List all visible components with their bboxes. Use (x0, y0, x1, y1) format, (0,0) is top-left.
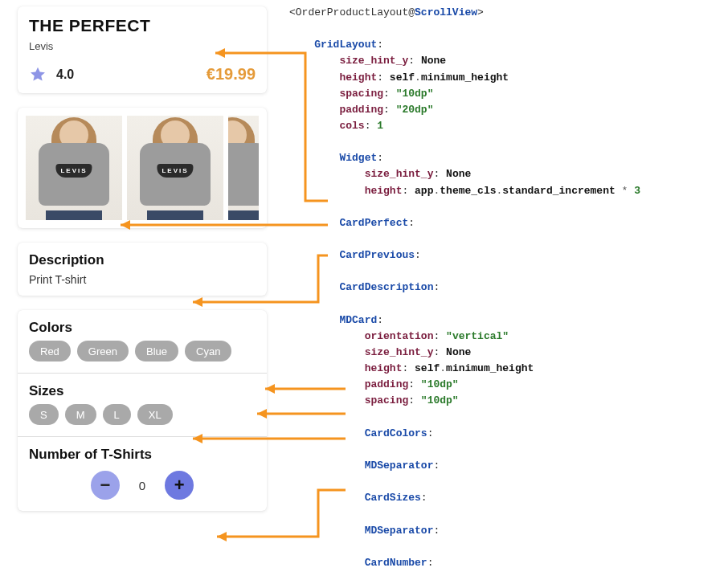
color-chip[interactable]: Blue (135, 341, 178, 361)
size-chip[interactable]: XL (137, 404, 173, 425)
size-chip[interactable]: L (103, 404, 131, 425)
decrement-button[interactable]: − (91, 471, 120, 500)
product-image[interactable] (228, 116, 259, 220)
product-price: €19.99 (207, 65, 256, 84)
tee-logo: LEVIS (55, 164, 92, 178)
card-previous: LEVIS LEVIS (18, 108, 267, 228)
description-heading: Description (29, 252, 256, 268)
number-heading: Number of T-Shirts (29, 447, 256, 463)
colors-row: Red Green Blue Cyan (29, 341, 256, 361)
color-chip[interactable]: Cyan (185, 341, 231, 361)
color-chip[interactable]: Red (29, 341, 71, 361)
code-line: <OrderProductLayout@ScrollView> (289, 6, 484, 18)
increment-button[interactable]: + (165, 471, 194, 500)
product-brand: Levis (29, 40, 256, 52)
sizes-row: S M L XL (29, 404, 256, 425)
image-strip[interactable]: LEVIS LEVIS (26, 116, 259, 220)
product-title: THE PERFECT (29, 16, 256, 35)
card-description: Description Print T-shirt (18, 243, 267, 296)
colors-heading: Colors (29, 320, 256, 336)
rating-price-row: 4.0 €19.99 (29, 65, 256, 84)
tee-logo: LEVIS (157, 164, 193, 178)
separator (18, 373, 267, 374)
rating-group: 4.0 (29, 66, 74, 84)
product-image[interactable]: LEVIS (127, 116, 223, 220)
size-chip[interactable]: M (65, 404, 96, 425)
svg-marker-6 (217, 532, 227, 541)
kv-code: <OrderProductLayout@ScrollView> GridLayo… (289, 5, 723, 580)
quantity-stepper: − 0 + (29, 471, 256, 500)
quantity-value: 0 (139, 479, 145, 492)
card-options: Colors Red Green Blue Cyan Sizes S M L X… (18, 310, 267, 511)
color-chip[interactable]: Green (77, 341, 129, 361)
sizes-heading: Sizes (29, 383, 256, 399)
rating-value: 4.0 (56, 67, 74, 82)
mobile-preview-column: THE PERFECT Levis 4.0 €19.99 LEVIS (18, 6, 267, 525)
description-text: Print T-shirt (29, 273, 256, 286)
star-icon (29, 66, 47, 84)
separator (18, 436, 267, 437)
size-chip[interactable]: S (29, 404, 59, 425)
product-image[interactable]: LEVIS (26, 116, 122, 220)
card-perfect: THE PERFECT Levis 4.0 €19.99 (18, 6, 267, 93)
